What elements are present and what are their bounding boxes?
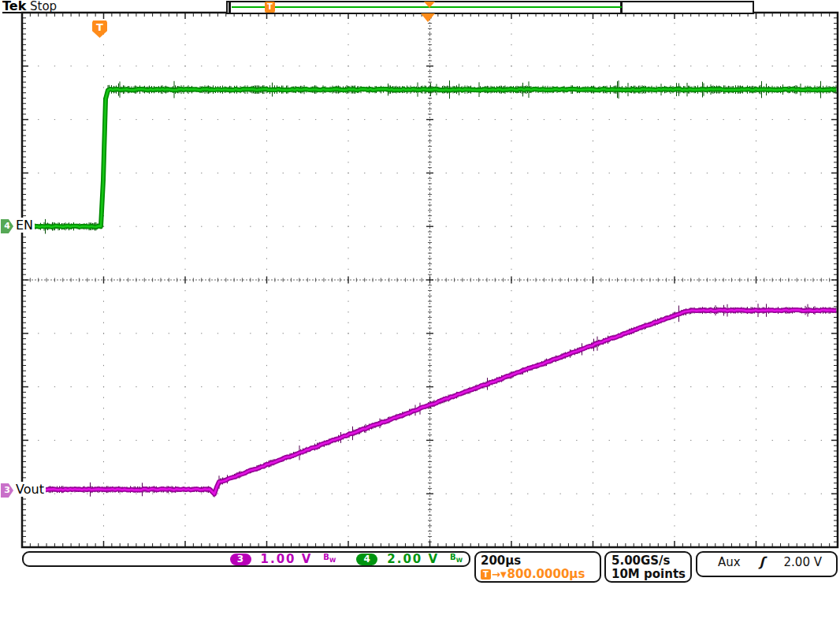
channel4-waveform-label: EN [14,218,35,233]
preview-trigger-icon: T [265,2,275,13]
trigger-expansion-point-icon [421,13,435,22]
channel3-reference-marker[interactable]: 3 [1,483,13,498]
delay-value: 800.0000µs [507,568,585,581]
trigger-readout-box[interactable]: Aux ʃ 2.00 V [696,551,838,577]
acquisition-readout-box[interactable]: 5.00GS/s 10M points [604,551,692,583]
horizontal-readout-box[interactable]: 200µs T → ▼ 800.0000µs [474,551,601,583]
channel-readout-box[interactable]: 3 1.00 V BW 4 2.00 V BW [22,551,470,567]
trigger-delay-readout: T → ▼ 800.0000µs [481,568,595,581]
channel4-scale-readout[interactable]: 2.00 V [387,553,439,565]
channel4-badge[interactable]: 4 [356,554,377,565]
channel3-bandwidth-limit-icon: BW [323,554,336,565]
graticule-waveform-area [20,11,840,550]
channel4-reference-marker[interactable]: 4 [1,219,13,233]
sample-rate-readout: 5.00GS/s [611,554,685,568]
channel3-scale-readout[interactable]: 1.00 V [261,553,313,565]
timebase-readout: 200µs [481,554,595,568]
channel3-badge[interactable]: 3 [230,554,251,565]
delay-arrow-icon: → [492,568,500,581]
delay-marker-icon: ▼ [500,568,507,581]
trigger-level-readout: 2.00 V [784,556,822,568]
oscilloscope-screen: Tek Stop T T 4 EN 3 Vout 3 1.00 V BW 4 2… [0,0,840,630]
acquisition-preview-bar: T [226,1,754,14]
record-window-left-bracket [229,2,231,13]
trigger-source-readout: Aux [718,556,741,568]
rising-edge-slope-icon: ʃ [760,556,765,568]
channel3-waveform-label: Vout [14,482,46,497]
channel4-bandwidth-limit-icon: BW [450,554,463,565]
trigger-t-icon: T [481,569,491,580]
preview-expansion-triangle-icon [424,2,435,8]
record-length-readout: 10M points [611,568,685,581]
